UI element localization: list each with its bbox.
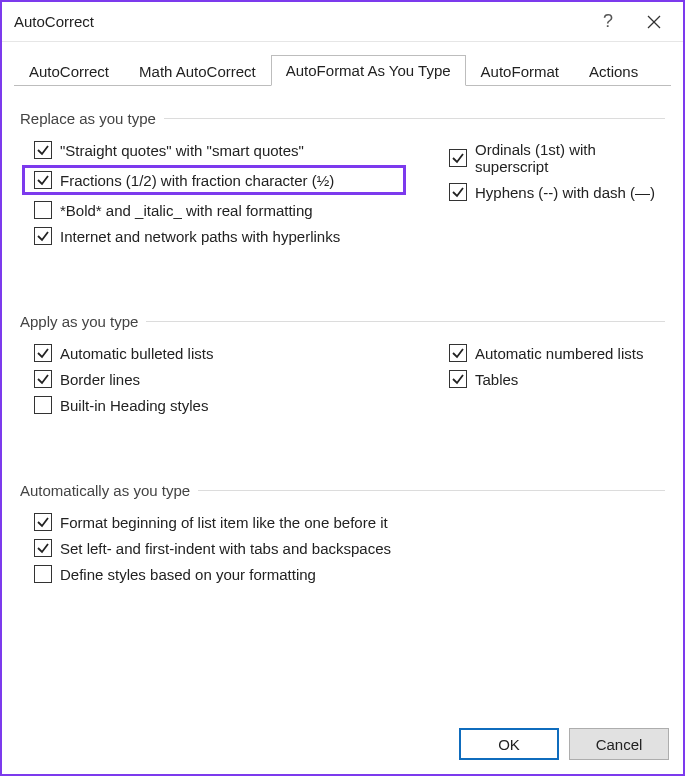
close-button[interactable] (631, 6, 677, 38)
option-label: Set left- and first-indent with tabs and… (60, 540, 391, 557)
window-title: AutoCorrect (14, 13, 585, 30)
group-auto-title: Automatically as you type (20, 482, 190, 499)
checkbox-define-styles[interactable] (34, 565, 52, 583)
option-fractions[interactable]: Fractions (1/2) with fraction character … (22, 165, 406, 195)
option-label: Built-in Heading styles (60, 397, 208, 414)
tab-autoformat-as-you-type[interactable]: AutoFormat As You Type (271, 55, 466, 86)
titlebar: AutoCorrect ? (2, 2, 683, 42)
divider (146, 321, 665, 322)
dialog-body: Replace as you type "Straight quotes" wi… (2, 86, 683, 714)
checkbox-hyperlinks[interactable] (34, 227, 52, 245)
option-format-list-item[interactable]: Format beginning of list item like the o… (34, 509, 665, 535)
option-label: "Straight quotes" with "smart quotes" (60, 142, 304, 159)
close-icon (647, 15, 661, 29)
checkbox-set-indent[interactable] (34, 539, 52, 557)
option-label: Border lines (60, 371, 140, 388)
divider (164, 118, 665, 119)
option-tables[interactable]: Tables (449, 366, 665, 392)
group-auto: Automatically as you type Format beginni… (20, 482, 665, 599)
checkbox-format-list-item[interactable] (34, 513, 52, 531)
option-label: Ordinals (1st) with superscript (475, 141, 665, 175)
checkbox-heading-styles[interactable] (34, 396, 52, 414)
option-label: Tables (475, 371, 518, 388)
option-straight-quotes[interactable]: "Straight quotes" with "smart quotes" (34, 137, 449, 163)
option-border-lines[interactable]: Border lines (34, 366, 449, 392)
option-heading-styles[interactable]: Built-in Heading styles (34, 392, 449, 418)
group-replace-title: Replace as you type (20, 110, 156, 127)
tab-math-autocorrect[interactable]: Math AutoCorrect (124, 56, 271, 86)
tab-autocorrect[interactable]: AutoCorrect (14, 56, 124, 86)
group-apply: Apply as you type Automatic bulleted lis… (20, 313, 665, 430)
help-button[interactable]: ? (585, 6, 631, 38)
option-label: Internet and network paths with hyperlin… (60, 228, 340, 245)
checkbox-bold-italic[interactable] (34, 201, 52, 219)
tab-strip: AutoCorrectMath AutoCorrectAutoFormat As… (2, 42, 683, 85)
checkbox-tables[interactable] (449, 370, 467, 388)
ok-button[interactable]: OK (459, 728, 559, 760)
group-replace: Replace as you type "Straight quotes" wi… (20, 110, 665, 261)
option-ordinals[interactable]: Ordinals (1st) with superscript (449, 137, 665, 179)
checkbox-border-lines[interactable] (34, 370, 52, 388)
option-label: Fractions (1/2) with fraction character … (60, 172, 334, 189)
option-label: Automatic numbered lists (475, 345, 643, 362)
checkbox-bulleted-lists[interactable] (34, 344, 52, 362)
checkbox-straight-quotes[interactable] (34, 141, 52, 159)
option-label: Automatic bulleted lists (60, 345, 213, 362)
option-label: Hyphens (--) with dash (—) (475, 184, 655, 201)
option-label: Define styles based on your formatting (60, 566, 316, 583)
checkbox-hyphens[interactable] (449, 183, 467, 201)
option-hyperlinks[interactable]: Internet and network paths with hyperlin… (34, 223, 449, 249)
cancel-button[interactable]: Cancel (569, 728, 669, 760)
option-numbered-lists[interactable]: Automatic numbered lists (449, 340, 665, 366)
tab-actions[interactable]: Actions (574, 56, 653, 86)
tab-autoformat[interactable]: AutoFormat (466, 56, 574, 86)
checkbox-ordinals[interactable] (449, 149, 467, 167)
group-apply-title: Apply as you type (20, 313, 138, 330)
option-bold-italic[interactable]: *Bold* and _italic_ with real formatting (34, 197, 449, 223)
option-label: Format beginning of list item like the o… (60, 514, 388, 531)
checkbox-numbered-lists[interactable] (449, 344, 467, 362)
dialog-footer: OK Cancel (2, 714, 683, 774)
option-define-styles[interactable]: Define styles based on your formatting (34, 561, 665, 587)
checkbox-fractions[interactable] (34, 171, 52, 189)
option-label: *Bold* and _italic_ with real formatting (60, 202, 313, 219)
autocorrect-dialog: AutoCorrect ? AutoCorrectMath AutoCorrec… (0, 0, 685, 776)
option-hyphens[interactable]: Hyphens (--) with dash (—) (449, 179, 665, 205)
option-set-indent[interactable]: Set left- and first-indent with tabs and… (34, 535, 665, 561)
divider (198, 490, 665, 491)
option-bulleted-lists[interactable]: Automatic bulleted lists (34, 340, 449, 366)
